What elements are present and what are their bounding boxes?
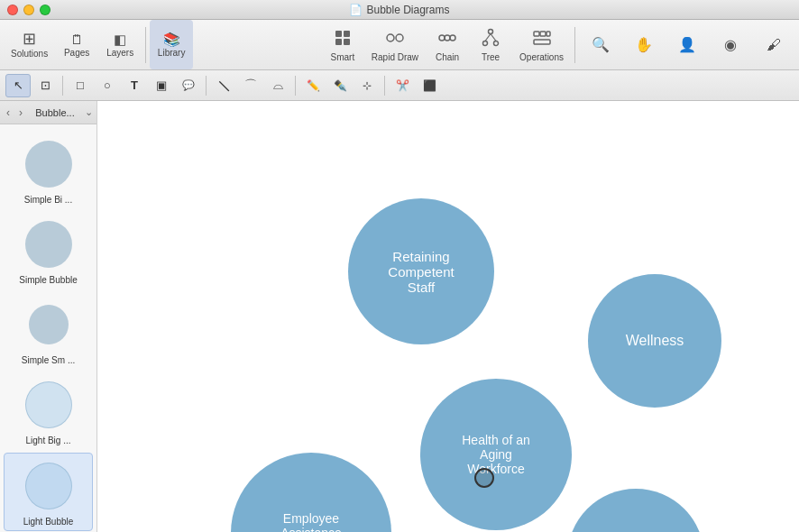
maximize-button[interactable] (40, 5, 51, 15)
pages-icon: 🗒 (70, 32, 84, 46)
rapid-draw-icon (385, 28, 405, 50)
library-button[interactable]: 📚 Library (150, 20, 193, 69)
sidebar-item-simple-bi[interactable]: Simple Bi ... (4, 132, 93, 208)
select-tool[interactable]: ↖ (5, 74, 31, 97)
connector-tool[interactable]: ⊹ (354, 74, 380, 97)
bubble-medical[interactable]: MedicalCare (567, 489, 704, 532)
light-bubble-label: Light Bubble (23, 517, 74, 527)
text-tool[interactable]: T (122, 74, 147, 97)
tool-sep-1 (62, 76, 63, 96)
svg-point-4 (387, 34, 394, 41)
svg-rect-17 (546, 32, 550, 36)
svg-rect-1 (344, 31, 350, 37)
svg-point-10 (489, 29, 493, 33)
svg-rect-16 (540, 32, 546, 36)
pencil-tool[interactable]: ✏️ (300, 74, 326, 97)
search-zoom-button[interactable]: 🔍 (579, 20, 622, 69)
smart-button[interactable]: Smart (321, 20, 364, 69)
light-big-shape (20, 376, 78, 434)
separator-1 (145, 27, 146, 63)
svg-rect-2 (335, 39, 342, 45)
svg-rect-3 (344, 39, 350, 45)
window-controls[interactable] (7, 5, 51, 15)
ellipse-tool[interactable]: ○ (95, 74, 120, 97)
arc-tool[interactable]: ⌓ (265, 74, 290, 97)
curve-tool[interactable]: ⌒ (238, 74, 263, 97)
node2-button[interactable]: ◉ (709, 20, 752, 69)
subselect-tool[interactable]: ⊡ (32, 74, 58, 97)
operations-icon (532, 28, 552, 50)
document-icon: 📄 (349, 4, 363, 16)
rapid-draw-button[interactable]: Rapid Draw (364, 20, 426, 69)
user2-button[interactable]: 👤 (666, 20, 709, 69)
simple-sm-label: Simple Sm ... (22, 355, 75, 365)
svg-point-12 (494, 41, 499, 45)
tool-sep-4 (384, 76, 385, 96)
light-big-label: Light Big ... (25, 436, 70, 445)
paint2-icon: 🖌 (767, 38, 781, 52)
paint2-button[interactable]: 🖌 (752, 20, 795, 69)
simple-bubble-label: Simple Bubble (19, 275, 77, 285)
chain-button[interactable]: Chain (426, 20, 469, 69)
scissors-tool[interactable]: ✂️ (390, 74, 415, 97)
bubble-retaining[interactable]: RetainingCompetentStaff (348, 198, 494, 344)
svg-point-5 (396, 34, 403, 41)
pen-tool[interactable]: ✒️ (327, 74, 353, 97)
window-title: 📄 Bubble Diagrams (349, 4, 449, 16)
tool-sep-3 (295, 76, 296, 96)
textbox-tool[interactable]: ▣ (149, 74, 174, 97)
tree-icon (481, 28, 501, 50)
nav-forward[interactable]: › (16, 105, 25, 120)
sidebar-item-light-bubble[interactable]: Light Bubble (4, 453, 93, 531)
bubble-wellness[interactable]: Wellness (588, 274, 721, 408)
sidebar-nav: ‹ › Bubble... ⌄ (0, 101, 96, 124)
line-tool[interactable]: | (207, 68, 241, 102)
main-layout: ‹ › Bubble... ⌄ Simple Bi ... Simple Bub… (0, 101, 799, 532)
user2-icon: 👤 (678, 38, 696, 52)
simple-bubble-shape (20, 216, 78, 273)
search-zoom-icon: 🔍 (592, 38, 610, 52)
rect-tool[interactable]: □ (68, 74, 93, 97)
stamp-tool[interactable]: ⬛ (417, 74, 442, 97)
bubble-health[interactable]: Health of anAgingWorkforce (420, 379, 572, 530)
sidebar-item-simple-bubble[interactable]: Simple Bubble (4, 212, 93, 289)
titlebar: 📄 Bubble Diagrams (0, 0, 799, 20)
tree-button[interactable]: Tree (469, 20, 512, 69)
svg-point-7 (445, 35, 450, 41)
solutions-icon: ⊞ (23, 31, 36, 47)
svg-rect-18 (534, 40, 550, 44)
light-bubble-shape (20, 457, 78, 515)
node2-icon: ◉ (724, 38, 737, 52)
bubble-employee[interactable]: EmployeeAssistanceProgram (231, 453, 391, 532)
svg-line-14 (491, 33, 496, 41)
sidebar-item-simple-sm[interactable]: Simple Sm ... (4, 292, 93, 369)
pan-button[interactable]: ✋ (622, 20, 666, 69)
minimize-button[interactable] (23, 5, 34, 15)
nav-current: Bubble... (29, 107, 81, 118)
solutions-button[interactable]: ⊞ Solutions (4, 20, 55, 69)
chain-icon (437, 28, 457, 50)
svg-point-6 (439, 35, 445, 41)
simple-bi-shape (20, 135, 78, 193)
pages-button[interactable]: 🗒 Pages (55, 20, 98, 69)
layers-icon: ◧ (114, 32, 126, 46)
operations-button[interactable]: Operations (512, 20, 571, 69)
simple-bi-label: Simple Bi ... (24, 195, 72, 205)
svg-point-8 (450, 35, 455, 41)
main-toolbar: ⊞ Solutions 🗒 Pages ◧ Layers 📚 Library S… (0, 20, 799, 70)
nav-back[interactable]: ‹ (4, 105, 13, 120)
sidebar-item-light-big[interactable]: Light Big ... (4, 372, 93, 449)
svg-point-11 (483, 41, 488, 45)
simple-sm-shape (20, 296, 78, 353)
svg-rect-0 (335, 31, 342, 37)
canvas[interactable]: RetainingCompetentStaff Wellness Health … (97, 101, 799, 532)
close-button[interactable] (7, 5, 18, 15)
layers-button[interactable]: ◧ Layers (98, 20, 142, 69)
tool-strip: ↖ ⊡ □ ○ T ▣ 💬 | ⌒ ⌓ ✏️ ✒️ ⊹ ✂️ ⬛ (0, 70, 799, 101)
separator-2 (574, 27, 575, 63)
sidebar-items: Simple Bi ... Simple Bubble Simple Sm ..… (0, 124, 96, 532)
library-icon: 📚 (163, 32, 180, 46)
svg-rect-15 (534, 32, 539, 36)
callout-tool[interactable]: 💬 (176, 74, 201, 97)
nav-chevron-icon[interactable]: ⌄ (85, 106, 93, 118)
